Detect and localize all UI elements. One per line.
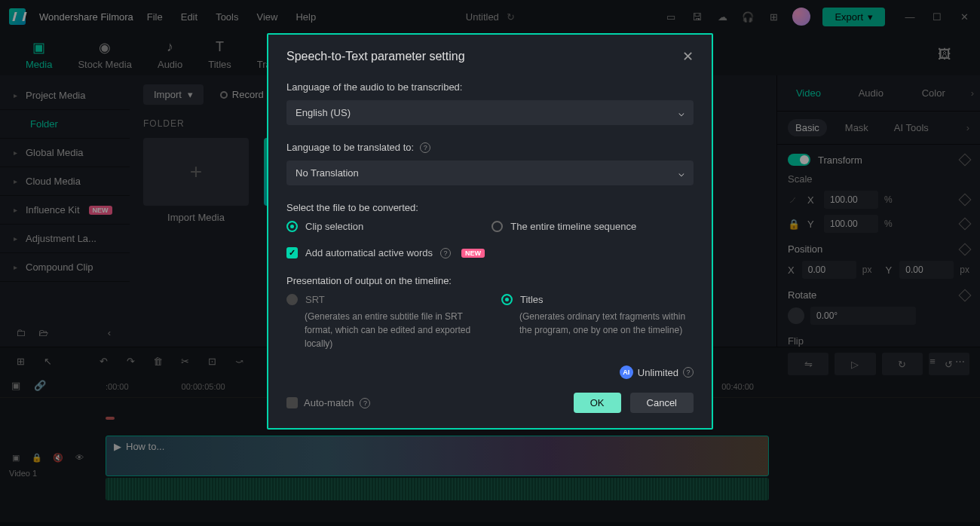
close-icon[interactable]: ✕: [682, 48, 694, 65]
radio-srt[interactable]: SRT: [286, 294, 479, 305]
radio-titles[interactable]: Titles: [501, 294, 694, 305]
modal-overlay: Speech-to-Text parameter setting ✕ Langu…: [0, 0, 980, 526]
new-badge: NEW: [461, 249, 485, 258]
srt-description: (Generates an entire subtitle file in SR…: [286, 310, 479, 350]
checkbox-active-words[interactable]: ✓ Add automatical active words ? NEW: [286, 247, 694, 258]
ok-button[interactable]: OK: [574, 393, 621, 413]
unlimited-indicator: AI Unlimited ?: [286, 365, 694, 379]
radio-icon: [286, 294, 298, 305]
help-icon[interactable]: ?: [683, 367, 694, 378]
language-label: Language of the audio to be transcribed:: [286, 81, 694, 93]
select-file-label: Select the file to be converted:: [286, 202, 694, 213]
chevron-down-icon: ⌵: [678, 167, 684, 179]
titles-description: (Generates ordinary text fragments withi…: [501, 310, 694, 337]
radio-icon: [501, 294, 513, 305]
help-icon[interactable]: ?: [360, 398, 370, 408]
check-icon: ✓: [286, 247, 298, 258]
radio-icon: [492, 221, 503, 232]
stt-modal: Speech-to-Text parameter setting ✕ Langu…: [267, 33, 713, 430]
presentation-label: Presentation of output on the timeline:: [286, 275, 694, 286]
check-icon: ✓: [286, 397, 298, 408]
help-icon[interactable]: ?: [440, 248, 451, 258]
translate-select[interactable]: No Translation ⌵: [286, 161, 694, 185]
auto-match-checkbox[interactable]: ✓ Auto-match ?: [286, 397, 370, 408]
radio-entire-timeline[interactable]: The entire timeline sequence: [492, 221, 636, 232]
modal-title: Speech-to-Text parameter setting: [286, 50, 465, 63]
chevron-down-icon: ⌵: [678, 107, 684, 118]
help-icon[interactable]: ?: [420, 142, 430, 153]
translate-label: Language to be translated to: ?: [286, 142, 694, 153]
cancel-button[interactable]: Cancel: [630, 393, 694, 413]
ai-icon: AI: [620, 365, 633, 379]
radio-clip-selection[interactable]: Clip selection: [286, 221, 363, 232]
language-select[interactable]: English (US) ⌵: [286, 100, 694, 125]
radio-icon: [286, 221, 298, 232]
